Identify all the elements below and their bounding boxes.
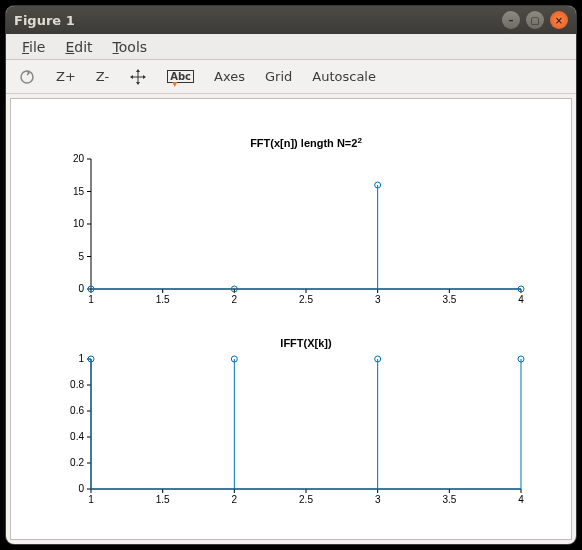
menu-edit[interactable]: Edit bbox=[55, 36, 102, 58]
plot-area[interactable]: 11.522.533.5405101520FFT(x[n]) length N=… bbox=[10, 98, 572, 540]
svg-text:10: 10 bbox=[73, 218, 85, 229]
close-button[interactable]: × bbox=[550, 11, 568, 29]
svg-text:0.8: 0.8 bbox=[70, 379, 84, 390]
svg-text:4: 4 bbox=[518, 294, 524, 305]
pan-button[interactable] bbox=[123, 64, 153, 90]
menu-tools-label: T bbox=[113, 39, 119, 55]
menu-tools[interactable]: Tools bbox=[103, 36, 158, 58]
svg-point-0 bbox=[21, 71, 33, 83]
svg-text:0: 0 bbox=[78, 483, 84, 494]
svg-text:1: 1 bbox=[88, 494, 94, 505]
svg-text:3.5: 3.5 bbox=[442, 294, 456, 305]
svg-text:1.5: 1.5 bbox=[156, 294, 170, 305]
autoscale-button[interactable]: Autoscale bbox=[306, 64, 382, 90]
grid-label: Grid bbox=[265, 69, 292, 84]
menubar: File Edit Tools bbox=[6, 34, 576, 60]
svg-text:0.4: 0.4 bbox=[70, 431, 84, 442]
svg-text:1: 1 bbox=[78, 353, 84, 364]
svg-text:15: 15 bbox=[73, 186, 85, 197]
minimize-button[interactable]: – bbox=[502, 11, 520, 29]
axes-button[interactable]: Axes bbox=[208, 64, 251, 90]
rotate-button[interactable] bbox=[12, 64, 42, 90]
autoscale-label: Autoscale bbox=[312, 69, 376, 84]
svg-text:0: 0 bbox=[78, 283, 84, 294]
zoom-out-button[interactable]: Z- bbox=[90, 64, 115, 90]
text-icon: Abc ▾ bbox=[167, 70, 194, 83]
menu-edit-label: E bbox=[65, 39, 74, 55]
svg-text:20: 20 bbox=[73, 153, 85, 164]
figure-window: Figure 1 – ▢ × File Edit Tools Z+ Z- Abc… bbox=[6, 6, 576, 544]
svg-text:4: 4 bbox=[518, 494, 524, 505]
svg-text:3.5: 3.5 bbox=[442, 494, 456, 505]
rotate-icon bbox=[18, 68, 36, 86]
svg-text:3: 3 bbox=[375, 294, 381, 305]
zoom-in-label: Z+ bbox=[56, 69, 76, 84]
svg-text:1.5: 1.5 bbox=[156, 494, 170, 505]
menu-file[interactable]: File bbox=[12, 36, 55, 58]
titlebar[interactable]: Figure 1 – ▢ × bbox=[6, 6, 576, 34]
svg-text:1: 1 bbox=[88, 294, 94, 305]
svg-text:0.2: 0.2 bbox=[70, 457, 84, 468]
svg-text:2: 2 bbox=[232, 494, 238, 505]
svg-text:2: 2 bbox=[232, 294, 238, 305]
zoom-in-button[interactable]: Z+ bbox=[50, 64, 82, 90]
maximize-button[interactable]: ▢ bbox=[526, 11, 544, 29]
svg-text:0.6: 0.6 bbox=[70, 405, 84, 416]
zoom-out-label: Z- bbox=[96, 69, 109, 84]
window-title: Figure 1 bbox=[14, 13, 496, 28]
insert-text-button[interactable]: Abc ▾ bbox=[161, 64, 200, 90]
toolbar: Z+ Z- Abc ▾ Axes Grid Autoscale bbox=[6, 60, 576, 94]
figure-canvas: 11.522.533.5405101520FFT(x[n]) length N=… bbox=[11, 99, 571, 539]
svg-text:5: 5 bbox=[78, 251, 84, 262]
grid-button[interactable]: Grid bbox=[259, 64, 298, 90]
svg-text:2.5: 2.5 bbox=[299, 294, 313, 305]
svg-text:FFT(x[n])  length N=22: FFT(x[n]) length N=22 bbox=[250, 136, 362, 150]
axes-label: Axes bbox=[214, 69, 245, 84]
svg-text:3: 3 bbox=[375, 494, 381, 505]
svg-text:2.5: 2.5 bbox=[299, 494, 313, 505]
menu-file-label: F bbox=[22, 39, 29, 55]
svg-text:IFFT(X[k]): IFFT(X[k]) bbox=[280, 337, 332, 349]
pan-icon bbox=[129, 68, 147, 86]
